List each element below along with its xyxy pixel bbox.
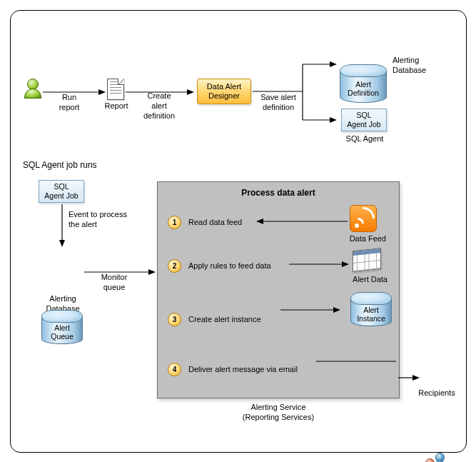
- alert-instance-db: Alert Instance: [350, 292, 392, 326]
- label-create-def: Create alert definition: [136, 91, 183, 121]
- label-report: Report: [98, 101, 134, 111]
- data-alert-designer: Data Alert Designer: [197, 79, 251, 104]
- label-alerting-db-top: Alerting Database: [393, 56, 435, 76]
- step-num-2: 2: [168, 259, 181, 273]
- label-alert-instance: Alert Instance: [357, 306, 385, 323]
- svg-marker-7: [330, 61, 337, 67]
- svg-marker-20: [333, 307, 340, 313]
- label-alert-data: Alert Data: [353, 275, 388, 285]
- diagram-frame: Run report Report Create alert definitio…: [0, 0, 476, 462]
- label-event: Event to process the alert: [69, 210, 140, 230]
- svg-marker-23: [412, 375, 420, 381]
- user-icon: [24, 79, 41, 101]
- alert-queue-db: Alert Queue: [41, 310, 83, 344]
- step-row-3: 3 Create alert instance Alert Instance: [158, 288, 399, 351]
- arrow-event: [59, 204, 66, 247]
- svg-marker-3: [187, 89, 194, 95]
- process-title: Process data alert: [158, 182, 399, 201]
- sql-agent-job-left: SQL Agent Job: [39, 180, 84, 203]
- sql-agent-job-top: SQL Agent Job: [341, 109, 387, 131]
- svg-marker-16: [256, 219, 263, 224]
- svg-marker-10: [330, 117, 337, 123]
- svg-marker-12: [59, 240, 65, 247]
- arrow-step3: [280, 306, 340, 313]
- label-alert-definition: Alert Definition: [348, 81, 379, 97]
- step-text-4: Deliver alert message via email: [188, 365, 298, 373]
- rss-icon: [350, 205, 377, 232]
- arrow-step2: [289, 261, 349, 268]
- svg-marker-14: [148, 269, 156, 275]
- process-box: Process data alert 1 Read data feed Data…: [157, 181, 400, 398]
- step-row-4: 4 Deliver alert message via email: [158, 351, 399, 388]
- label-save-def: Save alert definition: [255, 93, 301, 113]
- step-row-2: 2 Apply rules to feed data Alert Data: [158, 243, 399, 288]
- svg-marker-1: [98, 89, 106, 95]
- label-recipients: Recipients: [414, 388, 460, 398]
- label-alert-queue: Alert Queue: [51, 324, 74, 341]
- grid-icon: [353, 248, 381, 272]
- arrow-to-recipients: [398, 374, 420, 381]
- label-sql-runs: SQL Agent job runs: [23, 160, 97, 170]
- report-icon: [107, 79, 124, 100]
- svg-marker-18: [342, 261, 349, 267]
- step-row-1: 1 Read data feed Data Feed: [158, 201, 399, 243]
- recipients-icon: [421, 453, 452, 462]
- step-num-3: 3: [168, 313, 181, 326]
- arrow-step1: [256, 218, 348, 225]
- step-text-1: Read data feed: [188, 218, 242, 226]
- step-num-1: 1: [168, 216, 181, 229]
- arrow-step4: [316, 358, 396, 365]
- label-alerting-service: Alerting Service (Reporting Services): [207, 403, 350, 423]
- label-monitor-queue: Monitor queue: [94, 273, 134, 293]
- step-num-4: 4: [168, 363, 181, 376]
- alert-definition-db: Alert Definition: [340, 64, 387, 103]
- step-text-2: Apply rules to feed data: [188, 261, 271, 270]
- label-run-report: Run report: [50, 93, 88, 113]
- label-sql-agent: SQL Agent: [341, 134, 388, 144]
- step-text-3: Create alert instance: [188, 315, 261, 323]
- label-data-feed: Data Feed: [350, 234, 386, 244]
